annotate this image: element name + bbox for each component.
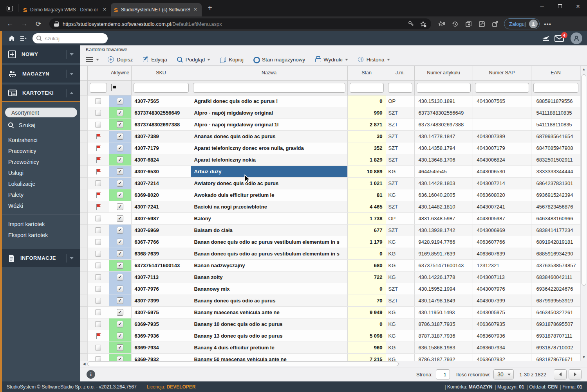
collections-icon[interactable]	[462, 18, 475, 30]
sku-cell[interactable]: 4307-5975	[131, 306, 191, 318]
row-indicator-cell[interactable]	[80, 353, 87, 361]
jm-cell[interactable]: KG	[386, 306, 414, 318]
user-profile-icon[interactable]	[571, 32, 582, 44]
numer-artykulu-cell[interactable]: 430.15952.1994	[414, 283, 473, 295]
toolbar-button[interactable]: Stan magazynowy	[248, 55, 310, 64]
nazwa-cell[interactable]: Alpro - napój migdałowy original 1l	[191, 119, 347, 130]
stan-cell[interactable]: 0	[347, 318, 386, 330]
nazwa-cell[interactable]: Banany donec quis odio ac purus	[191, 295, 347, 306]
sidebar-item[interactable]: Lokalizacje	[2, 178, 80, 189]
active-checkbox[interactable]	[117, 215, 123, 222]
nazwa-cell[interactable]: Alpro - napój migdałowy original	[191, 107, 347, 119]
table-row[interactable]: 6369-7936 Banany 13 donec quis odio ac p…	[80, 330, 580, 342]
numer-artykulu-cell[interactable]: 430.15130.1891	[414, 95, 473, 107]
forward-button[interactable]: →	[18, 18, 30, 30]
active-checkbox[interactable]	[117, 356, 123, 361]
numer-artykulu-cell[interactable]: 430.14482.1810	[414, 201, 473, 212]
row-status-cell[interactable]	[87, 353, 109, 361]
active-checkbox[interactable]	[117, 192, 123, 198]
numer-sap-cell[interactable]: 4063608020	[473, 189, 531, 201]
ean-cell[interactable]: 6838414177234	[531, 224, 580, 236]
lock-icon[interactable]	[54, 21, 59, 27]
ean-cell[interactable]: 6931878695507	[531, 318, 580, 330]
row-indicator-cell[interactable]	[80, 165, 87, 177]
row-status-cell[interactable]	[87, 177, 109, 189]
table-row[interactable]: 4307-5987 Balony 1 738 OP 4831.6348.5987…	[80, 212, 580, 224]
row-indicator-cell[interactable]	[80, 212, 87, 224]
menu-list-icon[interactable]	[18, 33, 29, 43]
numer-sap-cell[interactable]: 4063607639	[473, 248, 531, 259]
row-status-cell[interactable]	[87, 318, 109, 330]
ean-cell[interactable]: 6931878676671	[531, 353, 580, 361]
active-cell[interactable]	[109, 295, 131, 306]
active-cell[interactable]	[109, 177, 131, 189]
table-row[interactable]: 4307-7976 Bananowy mix 0 SZT 430.15952.1…	[80, 283, 580, 295]
active-checkbox[interactable]	[117, 321, 123, 327]
sidebar-item[interactable]: Palety	[2, 189, 80, 200]
nazwa-cell[interactable]: Banany 50 maecenas vehicula ante ne	[191, 353, 347, 361]
row-indicator-cell[interactable]	[80, 177, 87, 189]
row-indicator-cell[interactable]	[80, 95, 87, 107]
stan-cell[interactable]: 4 465	[347, 201, 386, 212]
active-cell[interactable]	[109, 248, 131, 259]
jm-cell[interactable]: KG	[386, 248, 414, 259]
browser-tab-active[interactable]: S StudioSystem.NET (c) SoftwareSt ✕	[111, 3, 202, 16]
row-status-cell[interactable]	[87, 283, 109, 295]
sidebar-item-szukaj[interactable]: Szukaj	[2, 120, 80, 131]
ean-cell[interactable]: 6891942819181	[531, 236, 580, 248]
numer-sap-cell[interactable]	[473, 119, 531, 130]
row-indicator-cell[interactable]	[80, 224, 87, 236]
ean-cell[interactable]: 6463483160966	[531, 212, 580, 224]
ean-cell[interactable]: 6936915242394	[531, 189, 580, 201]
numer-artykulu-cell[interactable]: 6373751471600143	[414, 259, 473, 271]
filter-input-artykul[interactable]	[417, 83, 471, 93]
column-header-stan[interactable]: Stan	[347, 66, 386, 80]
stan-cell[interactable]: 70	[347, 295, 386, 306]
jm-cell[interactable]: KG	[386, 165, 414, 177]
stan-cell[interactable]: 352	[347, 142, 386, 154]
numer-sap-cell[interactable]: 4043007389	[473, 130, 531, 142]
browser-tab-inactive[interactable]: S Demo Magazyn WMS - Demo or ✕	[20, 3, 111, 16]
next-page-button[interactable]	[569, 369, 582, 379]
nazwa-cell[interactable]: Banany 13 donec quis odio ac purus	[191, 330, 347, 342]
sku-cell[interactable]: 4307-7179	[131, 142, 191, 154]
sidebar-item[interactable]: Wózki	[2, 200, 80, 211]
table-row[interactable]: 6367-7766 Banan donec quis odio ac purus…	[80, 236, 580, 248]
active-checkbox[interactable]	[117, 110, 123, 116]
ean-cell[interactable]: 6463450327261	[531, 306, 580, 318]
table-row[interactable]: 4307-5975 Banany maecenas vehicula ante …	[80, 306, 580, 318]
ean-cell[interactable]: 5411188110835	[531, 107, 580, 119]
vertical-scroll-thumb[interactable]	[582, 74, 586, 286]
ean-cell[interactable]: 6885911879556	[531, 95, 580, 107]
ean-cell[interactable]: 6838460042111	[531, 271, 580, 283]
jm-cell[interactable]: KG	[386, 236, 414, 248]
jm-cell[interactable]: KG	[386, 342, 414, 353]
row-status-cell[interactable]	[87, 306, 109, 318]
numer-sap-cell[interactable]: 4043007399	[473, 295, 531, 306]
sidebar-item[interactable]: Pracownicy	[2, 146, 80, 156]
row-indicator-cell[interactable]	[80, 142, 87, 154]
active-checkbox[interactable]	[117, 250, 123, 257]
table-row[interactable]: 4307-7399 Banany donec quis odio ac puru…	[80, 295, 580, 306]
active-checkbox[interactable]	[117, 227, 123, 234]
row-indicator-cell[interactable]	[80, 201, 87, 212]
table-row[interactable]: 6369-7932 Banany 50 maecenas vehicula an…	[80, 353, 580, 361]
jm-cell[interactable]: KG	[386, 259, 414, 271]
ean-cell[interactable]: 6832501502911	[531, 154, 580, 165]
sku-cell[interactable]: 6369-8020	[131, 189, 191, 201]
ean-cell[interactable]: 4567823456876	[531, 201, 580, 212]
active-checkbox[interactable]	[117, 344, 123, 351]
home-icon[interactable]	[7, 33, 17, 43]
sku-cell[interactable]: 6373748302697388	[131, 119, 191, 130]
toolbar-button[interactable]: Dopisz	[103, 55, 137, 64]
stan-cell[interactable]: 30	[347, 130, 386, 142]
chevron-down-icon[interactable]	[70, 53, 74, 56]
nazwa-cell[interactable]: Bananowy mix	[191, 283, 347, 295]
row-indicator-cell[interactable]	[80, 342, 87, 353]
numer-artykulu-cell[interactable]: 4831.6348.5987	[414, 212, 473, 224]
tab-search-icon[interactable]	[4, 3, 16, 14]
row-indicator-cell[interactable]	[80, 130, 87, 142]
refresh-button[interactable]: ⟳	[33, 18, 44, 30]
scroll-left-icon[interactable]: ◀	[81, 361, 87, 367]
scroll-up-icon[interactable]: ▲	[581, 66, 587, 72]
